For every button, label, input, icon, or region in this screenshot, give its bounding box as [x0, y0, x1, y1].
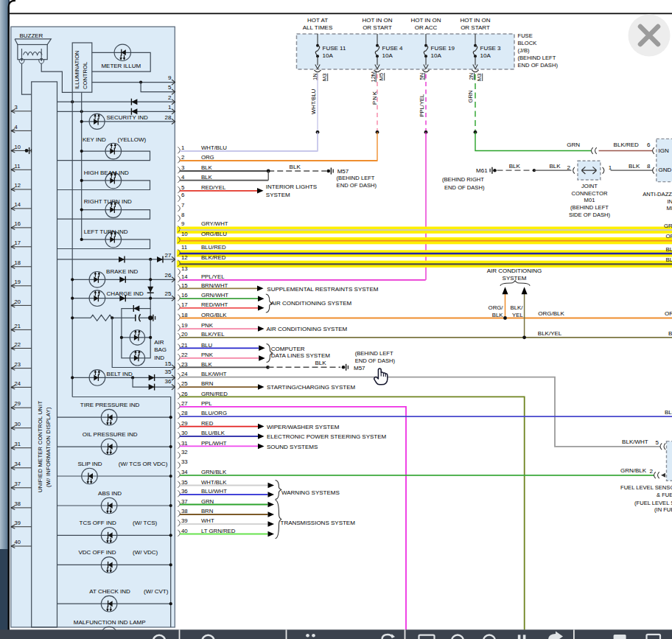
svg-text:26: 26	[165, 272, 172, 279]
svg-text:RED/YEL: RED/YEL	[201, 184, 226, 191]
svg-text:22: 22	[181, 352, 188, 358]
svg-text:ALL TIMES: ALL TIMES	[303, 24, 332, 31]
svg-text:M61: M61	[476, 167, 488, 174]
svg-text:9: 9	[168, 74, 172, 81]
svg-text:CHARGE IND: CHARGE IND	[107, 290, 144, 297]
svg-text:GRN/RED: GRN/RED	[201, 391, 228, 397]
svg-text:GND: GND	[659, 167, 672, 173]
svg-text:10: 10	[15, 144, 21, 150]
svg-text:(W/ TCS): (W/ TCS)	[133, 520, 158, 526]
svg-text:STARTING/CHARGING SYSTEM: STARTING/CHARGING SYSTEM	[267, 384, 355, 391]
svg-text:12: 12	[15, 182, 21, 189]
svg-text:AIR: AIR	[154, 339, 164, 346]
svg-text:JOINT: JOINT	[581, 183, 598, 189]
svg-text:16: 16	[15, 220, 21, 227]
svg-text:27: 27	[181, 400, 188, 407]
svg-text:RED: RED	[201, 420, 214, 427]
svg-text:M3: M3	[476, 74, 483, 81]
svg-text:9: 9	[181, 220, 184, 227]
svg-text:25: 25	[181, 380, 188, 387]
svg-text:SECURITY IND: SECURITY IND	[106, 114, 148, 121]
svg-text:(W/ INFORMATION DISPLAY): (W/ INFORMATION DISPLAY)	[45, 407, 52, 487]
svg-text:FUSE 3: FUSE 3	[480, 45, 502, 52]
svg-text:6: 6	[647, 142, 651, 148]
svg-text:12: 12	[181, 254, 188, 261]
svg-text:2: 2	[168, 94, 172, 101]
svg-text:18: 18	[181, 312, 188, 318]
svg-text:FUSE 19: FUSE 19	[431, 45, 455, 52]
svg-text:BRAKE IND: BRAKE IND	[106, 268, 138, 275]
svg-text:FUEL LEVEL SENSOR: FUEL LEVEL SENSOR	[620, 484, 672, 491]
svg-text:HIGH BEAM IND: HIGH BEAM IND	[84, 170, 129, 176]
svg-text:4: 4	[181, 174, 185, 181]
svg-text:WHT/BLU: WHT/BLU	[310, 89, 317, 114]
svg-text:38: 38	[181, 508, 188, 514]
svg-text:ANTI-DAZZLING: ANTI-DAZZLING	[643, 191, 672, 198]
svg-text:CONTROL: CONTROL	[82, 62, 88, 89]
svg-text:WHT/BLK: WHT/BLK	[201, 479, 227, 486]
svg-text:1N: 1N	[312, 73, 318, 80]
svg-text:ORG/BLK: ORG/BLK	[201, 312, 227, 318]
svg-text:39: 39	[15, 520, 21, 526]
svg-text:5: 5	[181, 184, 185, 191]
svg-text:M57: M57	[337, 168, 349, 175]
svg-text:37: 37	[15, 481, 21, 487]
svg-text:END OF DASH): END OF DASH)	[518, 62, 559, 69]
svg-text:PNK: PNK	[201, 322, 214, 329]
svg-text:BELT IND: BELT IND	[107, 371, 133, 377]
svg-text:BLK/YEL: BLK/YEL	[668, 330, 672, 337]
svg-text:BLK: BLK	[492, 312, 504, 318]
svg-text:HOT AT: HOT AT	[307, 17, 328, 24]
svg-text:(BEHIND LEFT: (BEHIND LEFT	[355, 350, 393, 357]
svg-text:VDC OFF IND: VDC OFF IND	[79, 549, 116, 556]
svg-text:21: 21	[15, 323, 21, 329]
svg-text:2: 2	[567, 164, 571, 171]
svg-text:GRY/WHT: GRY/WHT	[664, 223, 672, 229]
svg-text:3: 3	[15, 104, 18, 111]
svg-text:14: 14	[181, 273, 188, 280]
svg-text:BLU/RED: BLU/RED	[666, 246, 672, 253]
svg-text:BLK: BLK	[201, 164, 213, 171]
svg-text:M01: M01	[584, 197, 595, 203]
svg-text:18: 18	[15, 259, 21, 266]
svg-text:20: 20	[181, 331, 188, 338]
svg-text:17: 17	[15, 240, 21, 246]
svg-text:34: 34	[181, 469, 188, 475]
svg-text:END OF DASH): END OF DASH)	[355, 357, 396, 364]
svg-text:10A: 10A	[431, 52, 442, 59]
svg-text:BLK: BLK	[201, 361, 213, 368]
svg-text:40: 40	[181, 528, 188, 534]
svg-text:BLK: BLK	[629, 163, 640, 170]
svg-text:8: 8	[647, 163, 651, 170]
svg-text:15: 15	[165, 360, 172, 367]
svg-text:GRN/BLK: GRN/BLK	[620, 467, 647, 474]
svg-text:OIL PRESSURE IND: OIL PRESSURE IND	[83, 431, 138, 438]
svg-text:AIR CONDITIONING SYSTEM: AIR CONDITIONING SYSTEM	[267, 326, 348, 332]
svg-text:BRN/WHT: BRN/WHT	[201, 282, 228, 289]
svg-text:29: 29	[15, 400, 21, 407]
svg-text:BRN: BRN	[201, 380, 213, 387]
svg-text:UNIFIED METER CONTROL UNIT: UNIFIED METER CONTROL UNIT	[37, 401, 43, 492]
svg-text:8: 8	[181, 212, 184, 218]
svg-text:MIRROR: MIRROR	[667, 205, 672, 212]
svg-text:MALFUNCTION IND LAMP: MALFUNCTION IND LAMP	[74, 619, 146, 626]
svg-text:1: 1	[181, 144, 184, 151]
svg-text:SUPPLEMENTAL RESTRAINTS SYSTEM: SUPPLEMENTAL RESTRAINTS SYSTEM	[267, 286, 378, 293]
svg-text:ORG/BLU: ORG/BLU	[201, 231, 227, 237]
svg-text:WHT: WHT	[201, 517, 214, 524]
svg-text:10: 10	[181, 231, 188, 237]
svg-text:30: 30	[15, 421, 21, 427]
svg-text:BLK/YEL: BLK/YEL	[538, 330, 562, 337]
svg-text:COMPUTER: COMPUTER	[271, 346, 305, 352]
svg-text:AIR CONDITIONING SYSTEM: AIR CONDITIONING SYSTEM	[271, 300, 352, 307]
svg-text:12M: 12M	[370, 71, 377, 83]
svg-text:OR ACC: OR ACC	[415, 24, 438, 31]
svg-text:BUZZER: BUZZER	[19, 32, 43, 39]
svg-text:33: 33	[181, 458, 188, 465]
svg-text:32: 32	[181, 449, 188, 455]
svg-text:38: 38	[15, 500, 21, 507]
svg-text:BLK/YEL: BLK/YEL	[201, 331, 225, 338]
svg-text:31: 31	[181, 440, 188, 447]
svg-text:LT GRN/RED: LT GRN/RED	[201, 528, 236, 534]
svg-text:KEY IND: KEY IND	[83, 136, 106, 143]
